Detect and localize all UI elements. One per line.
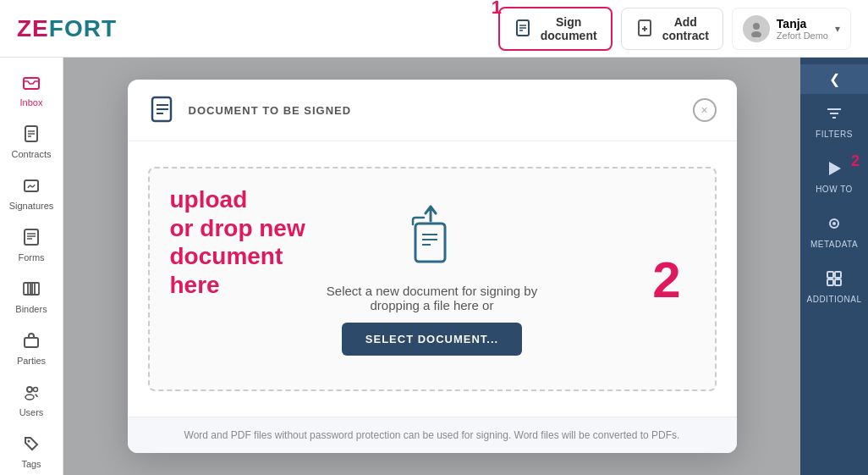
sidebar-item-forms[interactable]: Forms (0, 221, 63, 269)
metadata-label: METADATA (810, 240, 858, 249)
svg-point-26 (28, 440, 30, 443)
svg-point-24 (25, 395, 34, 400)
sidebar: Inbox Contracts Signatures Forms Binders (0, 58, 63, 475)
svg-marker-41 (829, 162, 841, 175)
user-name: Tanja (777, 17, 828, 30)
sign-document-button[interactable]: 1 Sign document (498, 7, 613, 51)
binders-icon (22, 279, 41, 302)
sidebar-item-parties[interactable]: Parties (0, 324, 63, 373)
sidebar-binders-label: Binders (15, 304, 47, 314)
svg-point-8 (751, 31, 761, 37)
howto-icon (825, 159, 843, 182)
sign-document-modal: DOCUMENT TO BE SIGNED × upload or drop n… (128, 80, 737, 453)
metadata-icon (825, 214, 843, 237)
sidebar-item-contracts[interactable]: Contracts (0, 118, 63, 166)
svg-rect-47 (835, 279, 841, 285)
howto-label: How to (816, 185, 853, 194)
user-avatar (743, 15, 770, 42)
modal-title: DOCUMENT TO BE SIGNED (189, 104, 352, 117)
sidebar-inbox-label: Inbox (20, 97, 43, 108)
additional-icon (825, 269, 843, 292)
header: ZEFORT 1 Sign document Add co (0, 0, 868, 58)
sidebar-item-tags[interactable]: Tags (0, 428, 63, 475)
sign-step-number: 1 (492, 0, 502, 19)
upload-doc-icon (398, 202, 466, 273)
user-info: Tanja Zefort Demo (777, 17, 828, 41)
modal-title-icon (148, 95, 179, 125)
sidebar-item-inbox[interactable]: Inbox (0, 66, 63, 114)
svg-rect-45 (835, 272, 841, 278)
content-area: DOCUMENT TO BE SIGNED × upload or drop n… (63, 58, 800, 475)
howto-number: 2 (851, 152, 860, 170)
user-menu[interactable]: Tanja Zefort Demo ▾ (732, 8, 851, 50)
sidebar-contracts-label: Contracts (11, 149, 51, 159)
select-document-button[interactable]: SELECT DOCUMENT... (342, 323, 522, 356)
modal-header: DOCUMENT TO BE SIGNED × (128, 80, 737, 141)
inbox-icon (22, 73, 41, 96)
svg-rect-46 (827, 279, 833, 285)
svg-point-43 (832, 222, 836, 225)
sign-document-label: Sign document (541, 15, 597, 42)
svg-rect-20 (28, 283, 35, 295)
sidebar-users-label: Users (19, 407, 44, 417)
modal-close-button[interactable]: × (693, 98, 717, 122)
user-org: Zefort Demo (777, 30, 828, 41)
svg-point-7 (753, 23, 760, 30)
step-2-number: 2 (652, 250, 680, 308)
add-contract-button[interactable]: Add contract (621, 8, 723, 50)
svg-rect-15 (25, 229, 38, 245)
right-panel: ❮ FILTERS 2 How to METADATA ADDITIONAL (800, 58, 868, 475)
svg-rect-19 (24, 283, 30, 295)
logo-part1: ZE (17, 15, 49, 41)
svg-point-25 (34, 388, 38, 392)
logo: ZEFORT (17, 15, 117, 42)
sidebar-parties-label: Parties (17, 356, 46, 366)
right-panel-additional[interactable]: ADDITIONAL (800, 259, 868, 314)
filters-icon (825, 104, 843, 127)
right-panel-toggle[interactable]: ❮ (800, 64, 868, 94)
svg-rect-22 (25, 338, 38, 347)
svg-point-23 (27, 387, 32, 392)
sidebar-signatures-label: Signatures (9, 201, 54, 211)
drop-text: Select a new document for signing by dro… (327, 284, 537, 312)
parties-icon (22, 331, 41, 354)
add-contract-icon (635, 19, 656, 39)
sidebar-forms-label: Forms (18, 252, 44, 262)
svg-rect-44 (827, 272, 833, 278)
tags-icon (22, 434, 41, 457)
signatures-icon (22, 176, 41, 199)
add-contract-label: Add contract (662, 15, 709, 42)
modal-body: upload or drop new document here (128, 141, 737, 417)
sidebar-item-binders[interactable]: Binders (0, 273, 63, 321)
logo-part2: FORT (49, 15, 117, 41)
users-icon (22, 383, 41, 406)
avatar-icon (748, 20, 765, 37)
modal-overlay: DOCUMENT TO BE SIGNED × upload or drop n… (63, 58, 800, 475)
right-panel-filters[interactable]: FILTERS (800, 94, 868, 149)
sidebar-item-users[interactable]: Users (0, 376, 63, 424)
forms-icon (22, 228, 41, 251)
filters-label: FILTERS (816, 130, 853, 139)
sidebar-tags-label: Tags (21, 459, 41, 469)
main-layout: Inbox Contracts Signatures Forms Binders (0, 58, 868, 475)
user-chevron-icon: ▾ (835, 23, 840, 35)
svg-rect-21 (32, 283, 39, 295)
upload-label: upload or drop new document here (170, 185, 305, 299)
modal-footer: Word and PDF files without password prot… (128, 417, 737, 453)
sign-doc-icon (514, 19, 534, 39)
right-panel-howto[interactable]: 2 How to (800, 149, 868, 204)
svg-rect-34 (415, 224, 445, 262)
additional-label: ADDITIONAL (806, 295, 861, 304)
contracts-icon (22, 124, 41, 147)
right-panel-metadata[interactable]: METADATA (800, 204, 868, 259)
header-actions: 1 Sign document Add contract (498, 7, 851, 51)
document-drop-zone[interactable]: upload or drop new document here (148, 167, 717, 391)
sidebar-item-signatures[interactable]: Signatures (0, 169, 63, 218)
